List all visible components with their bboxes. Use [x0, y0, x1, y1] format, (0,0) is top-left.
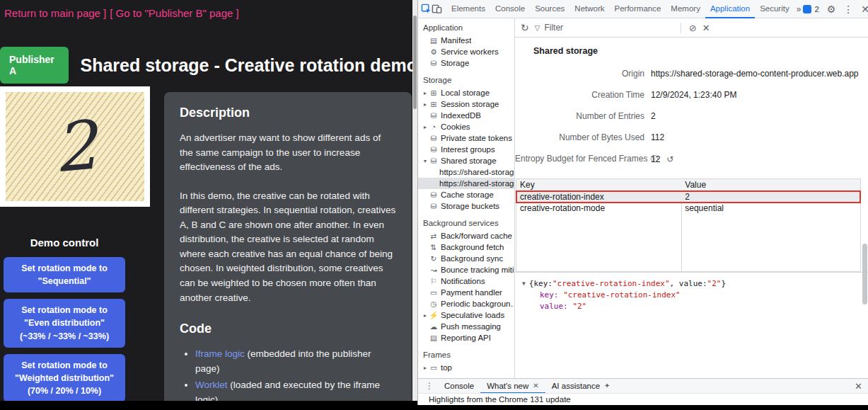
- drawer-tab-console[interactable]: Console: [438, 379, 480, 394]
- panel-toolbar: ↻ ▽ Filter ⊘ ✕: [515, 18, 868, 38]
- drawer-tab-whats-new[interactable]: What's new ✕: [480, 379, 545, 394]
- cloud-icon: ☁: [429, 322, 439, 331]
- fetch-arrows-icon: ⇅: [429, 243, 439, 251]
- meta-label-bytes-used: Number of Bytes Used: [515, 132, 644, 142]
- rotation-weighted-distribution-button[interactable]: Set rotation mode to "Weighted distribut…: [4, 354, 125, 401]
- service-workers-gear-icon: ⚙: [429, 47, 439, 56]
- close-devtools-icon[interactable]: ✕: [861, 4, 868, 14]
- meta-label-entries: Number of Entries: [515, 111, 644, 121]
- more-tabs-icon[interactable]: »: [794, 4, 804, 14]
- sidebar-item-notifications[interactable]: ⚐ Notifications: [418, 275, 514, 287]
- drawer-menu-icon[interactable]: ⋮: [421, 381, 438, 391]
- sidebar-item-storage[interactable]: ⛁ Storage: [418, 57, 514, 69]
- sidebar-item-payment-handler[interactable]: ▭ Payment handler: [418, 287, 514, 298]
- page-title: Shared storage - Creative rotation demo: [80, 55, 417, 76]
- sidebar-item-push-messaging[interactable]: ☁ Push messaging: [418, 321, 514, 332]
- inspect-element-icon[interactable]: [421, 4, 432, 14]
- meta-value-creation-time: 12/9/2024, 1:23:40 PM: [651, 90, 868, 100]
- publisher-b-link[interactable]: [ Go to "Publisher B" page ]: [110, 7, 238, 19]
- sidebar-item-manifest[interactable]: ▤ Manifest: [418, 35, 514, 46]
- settings-gear-icon[interactable]: ⚙: [827, 4, 836, 14]
- delete-selected-icon[interactable]: ✕: [702, 23, 710, 33]
- tab-elements[interactable]: Elements: [446, 0, 490, 18]
- expand-arrow-icon[interactable]: ▸: [422, 365, 429, 371]
- sidebar-item-background-fetch[interactable]: ⇅ Background fetch: [418, 241, 514, 253]
- table-header-row: Key Value: [516, 179, 860, 191]
- entry-preview-pane: ▼ {key: "creative-rotation-index", value…: [515, 272, 868, 378]
- close-whats-new-icon[interactable]: ✕: [533, 379, 538, 393]
- sidebar-item-local-storage[interactable]: ▸ ⊞ Local storage: [418, 87, 514, 98]
- sidebar-item-background-sync[interactable]: ↻ Background sync: [418, 253, 514, 264]
- delete-all-icon[interactable]: ⊘: [689, 23, 697, 33]
- collapse-arrow-icon[interactable]: ▾: [422, 158, 429, 164]
- sidebar-item-frame-top[interactable]: ▸ ▭ top: [418, 362, 514, 373]
- sidebar-section-background-services: Background services ⇄ Back/forward cache…: [418, 216, 514, 343]
- preview-object-summary[interactable]: ▼ {key: "creative-rotation-index", value…: [521, 279, 862, 288]
- sidebar-item-reporting-api[interactable]: ▤ Reporting API: [418, 332, 514, 343]
- tab-application[interactable]: Application: [705, 0, 755, 18]
- devtools-drawer: ⋮ Console What's new ✕ AI assistance ✦ ✕: [418, 378, 868, 393]
- tab-security[interactable]: Security: [755, 0, 794, 18]
- panel-scrollbar-thumb[interactable]: [862, 244, 867, 304]
- cell-value: 2: [681, 191, 860, 203]
- rotation-sequential-button[interactable]: Set rotation mode to "Sequential": [4, 257, 125, 292]
- refresh-icon[interactable]: ↻: [521, 22, 529, 33]
- page-scrollbar[interactable]: [412, 0, 417, 401]
- filter-placeholder: Filter: [544, 23, 563, 33]
- description-paragraph-1: An advertiser may want to show different…: [180, 131, 396, 175]
- meta-value-origin: https://shared-storage-demo-content-prod…: [651, 69, 868, 79]
- sidebar-item-cache-storage[interactable]: ⛁ Cache storage: [418, 189, 514, 200]
- sidebar-item-service-workers[interactable]: ⚙ Service workers: [418, 46, 514, 57]
- divider: [681, 23, 681, 33]
- table-row-creative-rotation-mode[interactable]: creative-rotation-mode sequential: [516, 203, 860, 214]
- sidebar-item-cookies[interactable]: ▸ ◔ Cookies: [418, 121, 514, 132]
- worklet-link[interactable]: Worklet: [195, 380, 228, 390]
- device-toolbar-icon[interactable]: [432, 4, 442, 14]
- expand-arrow-icon[interactable]: ▸: [422, 124, 429, 130]
- sidebar-item-interest-groups[interactable]: ⛁ Interest groups: [418, 144, 514, 155]
- sidebar-item-shared-storage[interactable]: ▾ ⛁ Shared storage: [418, 155, 514, 166]
- column-header-key[interactable]: Key: [516, 179, 681, 190]
- sidebar-section-frames: Frames ▸ ▭ top: [418, 348, 514, 373]
- rotation-even-distribution-button[interactable]: Set rotation mode to "Even distribution"…: [4, 299, 125, 347]
- drawer-tab-ai-assistance[interactable]: AI assistance ✦: [545, 379, 617, 394]
- cookie-icon: ◔: [429, 123, 439, 131]
- tab-network[interactable]: Network: [569, 0, 609, 18]
- sidebar-item-indexeddb[interactable]: ⛁ IndexedDB: [418, 110, 514, 121]
- more-options-icon[interactable]: ⋮: [843, 4, 853, 14]
- sidebar-item-speculative-loads[interactable]: ▸ ⚡ Speculative loads: [418, 309, 514, 321]
- sidebar-item-periodic-background-sync[interactable]: ◷ Periodic backgroun…: [418, 298, 514, 309]
- tab-memory[interactable]: Memory: [666, 0, 705, 18]
- sidebar-item-shared-storage-origin-2[interactable]: https://shared-storage…: [418, 178, 514, 189]
- tab-sources[interactable]: Sources: [530, 0, 569, 18]
- filter-input[interactable]: ▽ Filter: [535, 23, 673, 33]
- sidebar-item-shared-storage-origin-1[interactable]: https://shared-storage…: [418, 166, 514, 178]
- tab-console[interactable]: Console: [490, 0, 530, 18]
- issues-counter[interactable]: 2: [803, 5, 818, 13]
- bounce-arrow-icon: ↝: [429, 266, 439, 274]
- code-heading: Code: [180, 319, 396, 338]
- creative-number: 2: [51, 111, 100, 182]
- table-row-creative-rotation-index[interactable]: creative-rotation-index 2: [516, 191, 860, 203]
- expand-arrow-icon[interactable]: ▸: [422, 312, 429, 319]
- expand-arrow-icon[interactable]: ▸: [422, 90, 429, 96]
- tab-performance[interactable]: Performance: [610, 0, 666, 18]
- creative-ad-image: 2: [6, 92, 144, 201]
- expand-triangle-icon[interactable]: ▼: [522, 280, 526, 287]
- sidebar-item-bounce-tracking-mitigations[interactable]: ↝ Bounce tracking miti…: [418, 264, 514, 275]
- sidebar-item-storage-buckets[interactable]: ⛁ Storage buckets: [418, 200, 514, 212]
- report-doc-icon: ▤: [429, 334, 439, 342]
- sidebar-item-private-state-tokens[interactable]: ⛁ Private state tokens: [418, 132, 514, 144]
- meta-label-creation-time: Creation Time: [515, 90, 644, 100]
- sidebar-item-session-storage[interactable]: ▸ ⊞ Session storage: [418, 98, 514, 110]
- page-scrollbar-thumb[interactable]: [413, 16, 417, 109]
- reset-budget-icon[interactable]: ↺: [666, 154, 673, 164]
- close-drawer-icon[interactable]: ✕: [855, 381, 862, 392]
- iframe-logic-link[interactable]: Iframe logic: [195, 348, 245, 359]
- expand-arrow-icon[interactable]: ▸: [422, 101, 429, 108]
- sidebar-section-storage: Storage ▸ ⊞ Local storage ▸ ⊞ Session st…: [418, 73, 514, 212]
- sidebar-item-back-forward-cache[interactable]: ⇄ Back/forward cache: [418, 230, 514, 241]
- column-header-value[interactable]: Value: [681, 179, 860, 190]
- return-main-link[interactable]: Return to main page ]: [4, 7, 106, 19]
- panel-title: Shared storage: [515, 38, 868, 56]
